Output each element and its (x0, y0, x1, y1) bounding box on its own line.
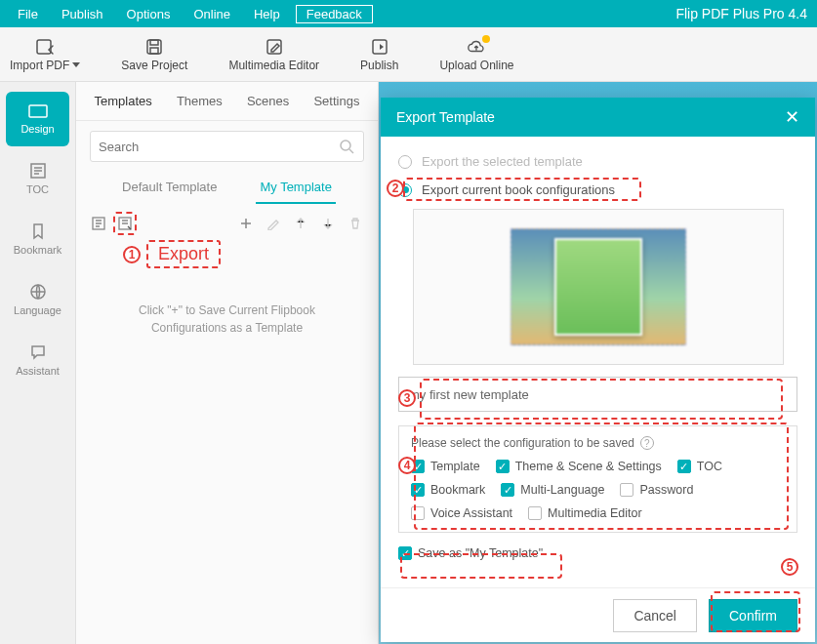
search-box[interactable] (90, 131, 364, 162)
caret-down-icon (72, 62, 80, 67)
annotation-number-1: 1 (123, 246, 141, 263)
close-icon[interactable]: ✕ (785, 106, 799, 128)
bookmark-icon (30, 222, 46, 240)
radio-export-selected-label: Export the selected template (422, 154, 583, 169)
template-action-row (76, 204, 378, 243)
annotation-1: 1 Export (123, 240, 221, 268)
export-template-modal: Export Template ✕ Export the selected te… (381, 98, 815, 642)
svg-rect-1 (147, 40, 161, 54)
subtab-default-template[interactable]: Default Template (118, 172, 221, 204)
modal-title: Export Template (396, 109, 495, 125)
tab-themes[interactable]: Themes (167, 82, 232, 121)
chat-icon (29, 343, 47, 361)
config-block: Please select the configuration to be sa… (398, 425, 797, 533)
sidebar-language-label: Language (14, 304, 61, 316)
check-bookmark[interactable]: ✓Bookmark (411, 483, 485, 497)
sidebar-item-language[interactable]: Language (6, 271, 69, 328)
annotation-4: 4 (398, 456, 416, 474)
template-name-input[interactable] (398, 377, 797, 412)
multimedia-editor-button[interactable]: Multimedia Editor (228, 37, 319, 72)
save-project-label: Save Project (121, 59, 187, 72)
modal-footer: Cancel Confirm (381, 587, 815, 642)
save-project-button[interactable]: Save Project (121, 37, 187, 72)
move-up-icon (292, 215, 309, 232)
globe-icon (29, 283, 47, 301)
publish-icon (370, 37, 389, 57)
tab-settings[interactable]: Settings (304, 82, 369, 121)
multimedia-editor-label: Multimedia Editor (228, 59, 319, 72)
notification-dot-icon (482, 35, 490, 43)
book-thumbnail (554, 238, 642, 336)
sidebar-toc-label: TOC (26, 183, 49, 195)
add-template-icon[interactable] (237, 215, 255, 232)
help-icon[interactable]: ? (640, 436, 654, 450)
radio-icon (398, 155, 412, 169)
import-icon (35, 37, 55, 57)
cancel-button[interactable]: Cancel (613, 599, 697, 632)
menu-online[interactable]: Online (182, 7, 242, 21)
check-multimedia-editor[interactable]: Multimedia Editor (528, 506, 642, 520)
check-multi-language[interactable]: ✓Multi-Language (501, 483, 604, 497)
menubar: File Publish Options Online Help Feedbac… (0, 0, 817, 27)
radio-export-current[interactable]: Export current book configurations (398, 181, 797, 199)
sidebar-bookmark-label: Bookmark (14, 244, 62, 256)
import-template-icon[interactable] (90, 215, 107, 232)
delete-template-icon (347, 215, 364, 232)
radio-export-current-label: Export current book configurations (422, 182, 615, 197)
svg-rect-3 (150, 48, 158, 54)
sidebar-assistant-label: Assistant (16, 365, 60, 377)
monitor-icon (27, 103, 49, 119)
subtab-my-template[interactable]: My Template (256, 172, 335, 204)
svg-rect-2 (150, 40, 158, 45)
empty-template-message: Click "+" to Save Current Flipbook Confi… (76, 243, 378, 337)
panel-tabs: Templates Themes Scenes Settings (76, 82, 378, 121)
import-pdf-button[interactable]: Import PDF (10, 37, 80, 72)
sidebar-item-design[interactable]: Design (6, 92, 69, 146)
svg-rect-0 (37, 40, 51, 54)
search-icon (338, 138, 355, 155)
sidebar-item-assistant[interactable]: Assistant (6, 332, 69, 388)
annotation-5: 5 (781, 557, 798, 576)
toc-icon (29, 162, 47, 180)
edit-template-icon (265, 215, 282, 232)
sidebar-item-toc[interactable]: TOC (6, 150, 69, 207)
search-input[interactable] (99, 140, 338, 154)
export-template-icon[interactable] (116, 215, 134, 232)
config-title-label: Please select the configuration to be sa… (411, 436, 634, 450)
annotation-export-label: Export (158, 244, 209, 263)
check-theme-scene-settings[interactable]: ✓Theme & Scene & Settings (496, 460, 662, 473)
sidebar: Design TOC Bookmark Language Assistant (0, 82, 76, 644)
menu-file[interactable]: File (6, 7, 50, 21)
svg-point-9 (341, 141, 350, 150)
tab-scenes[interactable]: Scenes (237, 82, 299, 121)
svg-rect-6 (29, 105, 47, 117)
menu-options[interactable]: Options (115, 7, 183, 21)
publish-label: Publish (360, 59, 398, 72)
publish-button[interactable]: Publish (360, 37, 398, 72)
edit-icon (265, 37, 284, 57)
upload-online-label: Upload Online (439, 59, 513, 72)
menu-help[interactable]: Help (242, 7, 292, 21)
template-preview (413, 209, 784, 365)
tab-templates[interactable]: Templates (85, 82, 162, 121)
check-template[interactable]: ✓Template (411, 460, 480, 473)
menu-feedback[interactable]: Feedback (296, 5, 373, 23)
radio-export-selected: Export the selected template (398, 152, 797, 171)
save-icon (144, 37, 164, 57)
check-toc[interactable]: ✓TOC (677, 460, 722, 473)
annotation-2: 2 (387, 179, 404, 197)
sidebar-design-label: Design (20, 123, 54, 135)
app-title: Flip PDF Plus Pro 4.4 (675, 6, 811, 21)
template-panel: Templates Themes Scenes Settings Default… (76, 82, 379, 644)
upload-online-button[interactable]: Upload Online (439, 37, 513, 72)
menu-publish[interactable]: Publish (50, 7, 115, 21)
annotation-3: 3 (398, 388, 416, 407)
sidebar-item-bookmark[interactable]: Bookmark (6, 211, 69, 267)
import-pdf-label: Import PDF (10, 59, 69, 72)
check-password[interactable]: Password (620, 483, 693, 497)
check-voice-assistant[interactable]: Voice Assistant (411, 506, 512, 520)
check-save-as-my-template[interactable]: ✓Save as "My Template" (398, 546, 543, 560)
confirm-button[interactable]: Confirm (709, 599, 797, 632)
move-down-icon (319, 215, 337, 232)
toolbar: Import PDF Save Project Multimedia Edito… (0, 27, 817, 82)
